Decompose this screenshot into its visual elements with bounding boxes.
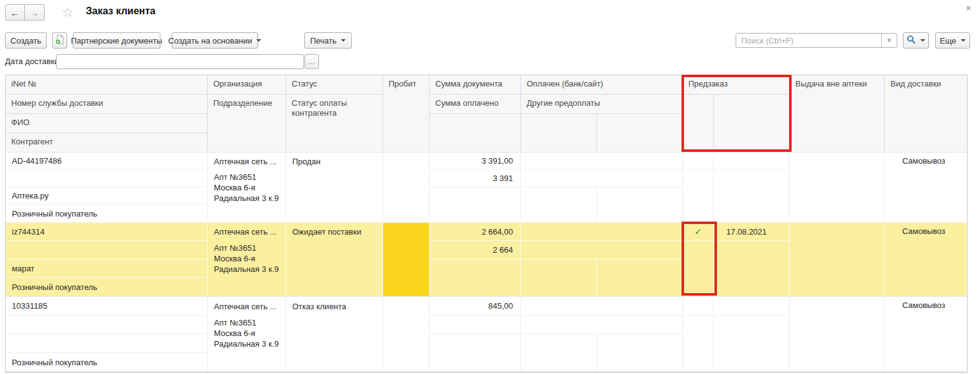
cell-delivery-service-number	[6, 241, 208, 259]
cell-preorder-flag-spacer	[683, 170, 714, 222]
column-header-pickup-outside[interactable]: Выдача вне аптеки	[790, 75, 885, 152]
cell-probit	[383, 297, 430, 372]
cell-other-prepayments	[521, 170, 683, 187]
cell-org: Аптечная сеть ...	[208, 297, 286, 316]
cell-other-prepayments	[521, 241, 683, 259]
cell-doc-sum: 845,00	[430, 297, 521, 316]
chevron-down-icon	[341, 39, 346, 42]
table-row[interactable]: AD-44197486 Аптека.ру Розничный покупате…	[6, 152, 967, 222]
cell-prepay-sub-a	[521, 259, 597, 296]
chevron-down-icon	[256, 39, 261, 42]
clear-x-icon: ×	[887, 36, 891, 45]
page-title: Заказ клиента	[86, 6, 155, 17]
cell-preorder-date: 17.08.2021	[714, 223, 790, 241]
forward-button[interactable]: →	[25, 4, 45, 21]
cell-probit-marked	[383, 223, 430, 296]
cell-org: Аптечная сеть ...	[208, 223, 286, 241]
cell-paid-bank	[521, 152, 683, 170]
column-header-delivery-type[interactable]: Вид доставки	[885, 75, 967, 152]
search-clear-button[interactable]: ×	[881, 34, 897, 47]
cell-kontragent: Розничный покупатель	[6, 278, 208, 296]
cell-prepay-sub-b	[597, 259, 683, 296]
cell-paid-sum: 3 391	[430, 170, 521, 187]
cell-pickup-outside	[790, 152, 885, 222]
cell-preorder-flag-spacer	[683, 316, 714, 372]
column-header-status[interactable]: Статус	[286, 75, 383, 95]
cell-status: Отказ клиента	[286, 297, 383, 316]
column-header-preorder[interactable]: Предзаказ	[683, 75, 790, 95]
cell-prepay-sub-a	[521, 187, 597, 222]
more-button[interactable]: Еще	[935, 32, 970, 49]
back-button[interactable]: ←	[5, 4, 25, 21]
cell-other-prepayments	[521, 316, 683, 334]
search-button[interactable]	[903, 32, 929, 49]
back-arrow-icon: ←	[11, 7, 20, 18]
cell-inet: iz744314	[6, 223, 208, 241]
cell-preorder-date-spacer	[714, 170, 790, 222]
search-icon	[907, 35, 916, 46]
cell-sum-spacer	[430, 187, 521, 222]
table-header: iNet № Номер службы доставки ФИО Контраг…	[6, 75, 967, 152]
column-header-probit[interactable]: Пробит	[383, 75, 430, 152]
cell-prepay-sub-a	[521, 334, 597, 372]
cell-fio: марат	[6, 259, 208, 278]
print-button[interactable]: Печать	[304, 32, 352, 49]
create-based-on-button[interactable]: Создать на основании	[172, 32, 258, 49]
column-header-division[interactable]: Подразделение	[208, 95, 286, 152]
cell-pickup-outside	[790, 223, 885, 296]
cell-payment-status	[286, 170, 383, 222]
delivery-date-picker-button[interactable]: ...	[305, 54, 319, 69]
customer-order-window: ← → ☆ Заказ клиента × Создать Партнерски…	[0, 0, 980, 374]
print-label: Печать	[310, 36, 337, 45]
cell-preorder-check	[683, 297, 714, 316]
cell-division: Апт №3651 Москва 6-я Радиальная 3 к.9	[208, 316, 286, 372]
column-header-preorder-flag	[683, 95, 714, 152]
cell-preorder-date-spacer	[714, 241, 790, 296]
chevron-down-icon	[920, 39, 925, 42]
cell-sum-spacer	[430, 259, 521, 296]
cell-preorder-flag-spacer	[683, 241, 714, 296]
delivery-date-input[interactable]	[56, 54, 304, 69]
column-header-payment-status[interactable]: Статус оплаты контрагента	[286, 95, 383, 152]
create-button[interactable]: Создать	[5, 32, 47, 49]
favorite-star-icon[interactable]: ☆	[62, 5, 74, 20]
cell-kontragent: Розничный покупатель	[6, 205, 208, 222]
cell-delivery-service-number	[6, 170, 208, 187]
cell-prepay-sub-b	[597, 187, 683, 222]
column-header-paid-sum[interactable]: Сумма оплачено	[430, 95, 521, 114]
column-header-org[interactable]: Организация	[208, 75, 286, 95]
column-header-fio[interactable]: ФИО	[6, 114, 208, 133]
cell-fio	[6, 334, 208, 353]
cell-preorder-date	[714, 152, 790, 170]
column-header-inet[interactable]: iNet №	[6, 75, 208, 95]
column-header-doc-sum[interactable]: Сумма документа	[430, 75, 521, 95]
column-header-paid-bank[interactable]: Оплачен (банк/сайт)	[521, 75, 683, 95]
cell-preorder-check	[683, 152, 714, 170]
partner-documents-button[interactable]: Партнерские документы	[73, 32, 160, 49]
column-header-kontragent[interactable]: Контрагент	[6, 133, 208, 152]
cell-payment-status	[286, 316, 383, 372]
cell-paid-bank	[521, 297, 683, 316]
cell-doc-sum: 2 664,00	[430, 223, 521, 241]
cell-fio: Аптека.ру	[6, 187, 208, 205]
create-copy-button[interactable]	[52, 32, 67, 49]
cell-division: Апт №3651 Москва 6-я Радиальная 3 к.9	[208, 170, 286, 222]
cell-division: Апт №3651 Москва 6-я Радиальная 3 к.9	[208, 241, 286, 296]
cell-preorder-date	[714, 297, 790, 316]
table-row-selected[interactable]: iz744314 марат Розничный покупатель Апте…	[6, 222, 967, 296]
column-header-preorder-date	[714, 95, 790, 152]
search-box: ×	[736, 33, 897, 48]
cell-status: Продан	[286, 152, 383, 170]
column-header-delivery-service-number[interactable]: Номер службы доставки	[6, 95, 208, 114]
column-header-prepay-sub-a	[521, 114, 597, 152]
column-header-other-prepayments[interactable]: Другие предоплаты	[521, 95, 683, 114]
cell-org: Аптечная сеть ...	[208, 152, 286, 170]
new-document-icon	[55, 34, 65, 47]
cell-delivery-type: Самовывоз	[885, 152, 967, 222]
preorder-checkmark-icon: ✓	[683, 223, 714, 241]
search-input[interactable]	[736, 34, 881, 47]
table-row[interactable]: 10331185 Розничный покупатель Аптечная с…	[6, 296, 967, 372]
cell-status: Ожидает поставки	[286, 223, 383, 241]
column-header-prepay-sub-b	[597, 114, 683, 152]
close-icon[interactable]: ×	[966, 2, 971, 13]
